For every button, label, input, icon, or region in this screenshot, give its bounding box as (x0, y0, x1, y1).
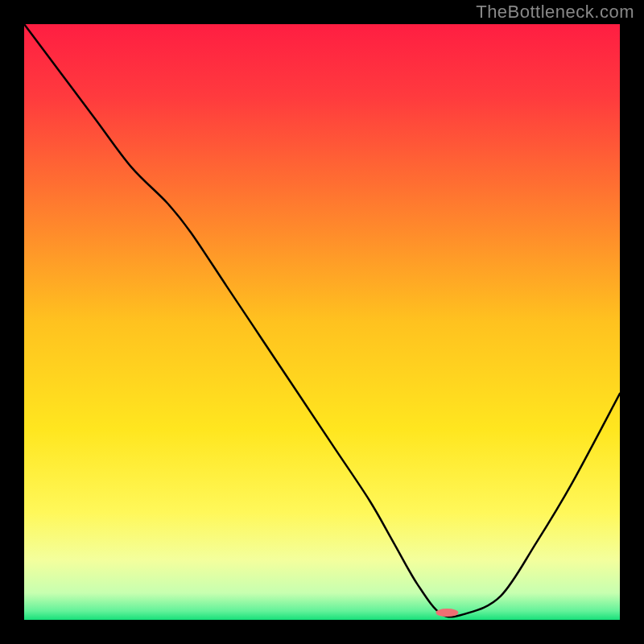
optimal-marker (436, 609, 458, 617)
bottleneck-chart (24, 24, 620, 620)
watermark-text: TheBottleneck.com (476, 2, 634, 23)
plot-area (24, 24, 620, 620)
chart-frame: TheBottleneck.com (0, 0, 644, 644)
gradient-background (24, 24, 620, 620)
